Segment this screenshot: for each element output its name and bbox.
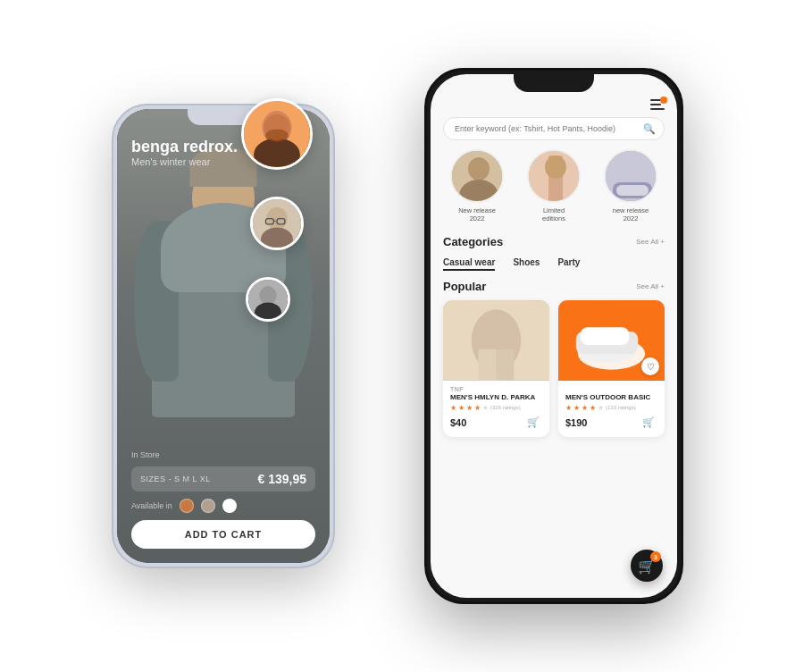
- categories-see-all[interactable]: See All +: [636, 238, 665, 246]
- popular-title: Popular: [443, 280, 486, 293]
- popular-grid: TNF MEN'S HMLYN D. PARKA ★ ★ ★ ★ ★ (326 …: [443, 300, 665, 437]
- right-content: 🔍 New release2022: [431, 74, 677, 598]
- left-bottom: In Store SIZES - S M L XL € 139,95 Avail…: [131, 450, 315, 549]
- category-circles: New release2022 Limitededitions: [431, 149, 677, 231]
- add-to-cart-button[interactable]: ADD TO CART: [131, 520, 315, 549]
- categories-title: Categories: [443, 235, 503, 248]
- category-tabs: Casual wear Shoes Party: [431, 256, 677, 280]
- star-5: ★: [482, 404, 489, 412]
- product-brand-2: [565, 386, 657, 392]
- search-bar: 🔍: [443, 117, 665, 140]
- hamburger-line-2: [650, 104, 661, 105]
- add-to-cart-small-1[interactable]: 🛒: [524, 414, 542, 432]
- cat-circle-item-1[interactable]: New release2022: [450, 149, 504, 223]
- price-row-2: $190 🛒: [565, 414, 657, 432]
- cat-circle-new-release-2: [604, 149, 657, 203]
- avatar-face-1: [244, 101, 310, 167]
- product-price-2: $190: [565, 417, 587, 428]
- scene: benga redrox. Men's winter wear In Store…: [0, 0, 795, 672]
- categories-section-header: Categories See All +: [431, 231, 677, 256]
- wishlist-btn-2[interactable]: ♡: [641, 357, 659, 375]
- floating-cart-button[interactable]: 🛒 3: [631, 550, 663, 582]
- cat-label-3: new release2022: [613, 206, 649, 223]
- tab-casual-wear[interactable]: Casual wear: [443, 257, 495, 271]
- svg-rect-25: [479, 349, 497, 381]
- floating-cart-count: 3: [650, 551, 661, 562]
- sizes: SIZES - S M L XL: [140, 475, 211, 483]
- product-image-1: [443, 300, 549, 381]
- star-4: ★: [474, 404, 481, 412]
- right-phone: 🔍 New release2022: [424, 68, 683, 604]
- avatar-face-3: [248, 280, 288, 319]
- hamburger-line-3: [650, 108, 665, 110]
- product-name-2: MEN'S OUTDOOR BASIC: [565, 393, 657, 402]
- product-image-2: ♡: [558, 300, 665, 381]
- product-card-1[interactable]: TNF MEN'S HMLYN D. PARKA ★ ★ ★ ★ ★ (326 …: [443, 300, 549, 437]
- svg-point-2: [254, 139, 300, 170]
- avatar-2: [250, 197, 304, 250]
- color-dot-gray[interactable]: [201, 499, 215, 513]
- add-to-cart-small-2[interactable]: 🛒: [640, 414, 657, 432]
- star-p2-4: ★: [590, 404, 596, 412]
- avatar-3: [246, 277, 290, 322]
- star-3: ★: [466, 404, 473, 412]
- svg-point-19: [545, 155, 566, 179]
- svg-rect-22: [616, 185, 649, 196]
- available-row: Available in: [131, 499, 315, 513]
- cat-circle-item-3[interactable]: new release2022: [604, 149, 657, 223]
- svg-rect-26: [497, 349, 515, 381]
- cat-circle-item-2[interactable]: Limitededitions: [527, 149, 581, 223]
- stars-row-1: ★ ★ ★ ★ ★ (326 ratings): [450, 404, 542, 412]
- rating-count-1: (326 ratings): [490, 405, 521, 410]
- price-row-1: $40 🛒: [450, 414, 542, 432]
- rating-count-2: (110 ratings): [606, 405, 636, 410]
- svg-point-4: [265, 129, 289, 142]
- popular-see-all[interactable]: See All +: [636, 282, 665, 290]
- product-info-2: MEN'S OUTDOOR BASIC ★ ★ ★ ★ ★ (110 ratin…: [558, 381, 665, 437]
- svg-point-12: [259, 286, 276, 305]
- tab-shoes[interactable]: Shoes: [513, 257, 540, 271]
- svg-rect-31: [581, 327, 630, 345]
- right-notch: [514, 71, 594, 92]
- avatars-container: [241, 98, 313, 322]
- search-icon: 🔍: [643, 123, 656, 135]
- star-2: ★: [458, 404, 464, 412]
- avatar-1: [241, 98, 313, 170]
- cart-notification-dot: [660, 97, 667, 104]
- product-card-2[interactable]: ♡ MEN'S OUTDOOR BASIC ★ ★ ★ ★: [558, 300, 665, 437]
- star-p2-3: ★: [582, 404, 588, 412]
- size-price-row: SIZES - S M L XL € 139,95: [131, 466, 315, 491]
- star-1: ★: [450, 404, 456, 412]
- popular-section-header: Popular See All +: [443, 280, 665, 300]
- product-brand-1: TNF: [450, 386, 542, 392]
- available-label: Available in: [131, 501, 172, 510]
- cat-label-1: New release2022: [458, 206, 496, 223]
- in-store-label: In Store: [131, 450, 315, 459]
- right-screen: 🔍 New release2022: [431, 74, 677, 598]
- price: € 139,95: [258, 472, 307, 486]
- cat-circle-new-release-1: [450, 149, 504, 203]
- avatar-face-2: [253, 199, 301, 248]
- star-p2-5: ★: [598, 404, 604, 412]
- product-name-1: MEN'S HMLYN D. PARKA: [450, 393, 542, 402]
- popular-section: Popular See All +: [431, 280, 677, 437]
- svg-point-15: [468, 157, 490, 181]
- cat-circle-limited: [527, 149, 581, 203]
- product-price-1: $40: [450, 417, 466, 428]
- star-p2-2: ★: [573, 404, 580, 412]
- stars-row-2: ★ ★ ★ ★ ★ (110 ratings): [565, 404, 657, 412]
- star-p2-1: ★: [565, 404, 572, 412]
- color-dot-brown[interactable]: [180, 499, 194, 513]
- search-input[interactable]: [443, 117, 665, 140]
- tab-party[interactable]: Party: [557, 257, 580, 271]
- cat-label-2: Limitededitions: [542, 206, 565, 223]
- hamburger-wrapper: [650, 99, 665, 110]
- product-info-1: TNF MEN'S HMLYN D. PARKA ★ ★ ★ ★ ★ (326 …: [443, 381, 549, 437]
- color-dot-white[interactable]: [222, 499, 237, 513]
